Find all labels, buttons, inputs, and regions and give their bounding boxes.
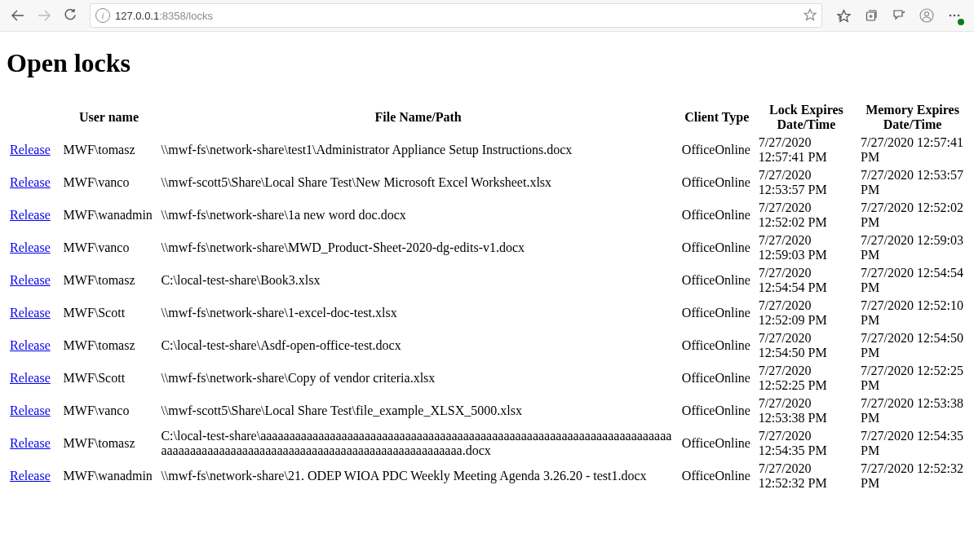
cell-user: MWF\vanco — [60, 231, 158, 264]
cell-memory-expires: 7/27/2020 12:52:32 PM — [857, 460, 967, 492]
cell-path: C:\local-test-share\Asdf-open-office-tes… — [157, 329, 678, 362]
release-link[interactable]: Release — [10, 240, 51, 254]
cell-memory-expires: 7/27/2020 12:53:38 PM — [857, 395, 967, 427]
cell-path: \\mwf-fs\network-share\test1\Administrat… — [157, 134, 678, 166]
cell-client: OfficeOnline — [679, 460, 755, 492]
cell-client: OfficeOnline — [679, 395, 755, 427]
cell-path: C:\local-test-share\Book3.xlsx — [157, 264, 678, 297]
cell-lock-expires: 7/27/2020 12:54:35 PM — [755, 427, 857, 460]
cell-path: \\mwf-scott5\Share\Local Share Test\New … — [157, 166, 678, 199]
cell-client: OfficeOnline — [679, 264, 755, 297]
svg-point-5 — [958, 15, 960, 17]
menu-icon[interactable] — [943, 4, 966, 27]
address-bar[interactable]: i 127.0.0.1:8358/locks — [90, 3, 822, 28]
feedback-icon[interactable] — [888, 4, 910, 27]
site-info-icon[interactable]: i — [95, 8, 110, 23]
release-link[interactable]: Release — [10, 338, 51, 352]
svg-point-2 — [925, 12, 929, 16]
table-row: ReleaseMWF\vanco\\mwf-scott5\Share\Local… — [7, 395, 967, 427]
favorite-star-icon[interactable] — [804, 8, 817, 24]
cell-client: OfficeOnline — [679, 362, 755, 395]
cell-user: MWF\wanadmin — [60, 199, 158, 231]
cell-user: MWF\tomasz — [60, 134, 158, 166]
cell-user: MWF\tomasz — [60, 427, 158, 460]
cell-lock-expires: 7/27/2020 12:53:38 PM — [755, 395, 857, 427]
cell-memory-expires: 7/27/2020 12:52:25 PM — [857, 362, 967, 395]
reload-button[interactable] — [57, 2, 83, 29]
cell-user: MWF\vanco — [60, 166, 158, 199]
cell-memory-expires: 7/27/2020 12:57:41 PM — [857, 134, 967, 166]
release-link[interactable]: Release — [10, 143, 51, 157]
col-mem: Memory Expires Date/Time — [857, 101, 967, 134]
col-user: User name — [60, 101, 158, 134]
cell-lock-expires: 7/27/2020 12:52:25 PM — [755, 362, 857, 395]
table-row: ReleaseMWF\vanco\\mwf-fs\network-share\M… — [7, 231, 967, 264]
cell-user: MWF\tomasz — [60, 329, 158, 362]
cell-lock-expires: 7/27/2020 12:54:50 PM — [755, 329, 857, 362]
table-row: ReleaseMWF\wanadmin\\mwf-fs\network-shar… — [7, 199, 967, 231]
cell-user: MWF\tomasz — [60, 264, 158, 297]
cell-memory-expires: 7/27/2020 12:52:10 PM — [857, 297, 967, 329]
cell-memory-expires: 7/27/2020 12:59:03 PM — [857, 231, 967, 264]
svg-point-3 — [950, 15, 952, 17]
browser-toolbar: i 127.0.0.1:8358/locks — [0, 0, 974, 32]
table-row: ReleaseMWF\wanadmin\\mwf-fs\network-shar… — [7, 460, 967, 492]
cell-lock-expires: 7/27/2020 12:52:32 PM — [755, 460, 857, 492]
profile-icon[interactable] — [915, 4, 938, 27]
cell-memory-expires: 7/27/2020 12:54:50 PM — [857, 329, 967, 362]
col-lock: Lock Expires Date/Time — [755, 101, 857, 134]
table-row: ReleaseMWF\tomasz\\mwf-fs\network-share\… — [7, 134, 967, 166]
url-text: 127.0.0.1:8358/locks — [115, 10, 799, 22]
cell-client: OfficeOnline — [679, 199, 755, 231]
cell-memory-expires: 7/27/2020 12:54:54 PM — [857, 264, 967, 297]
cell-path: \\mwf-fs\network-share\1a new word doc.d… — [157, 199, 678, 231]
cell-lock-expires: 7/27/2020 12:52:02 PM — [755, 199, 857, 231]
col-path: File Name/Path — [157, 101, 678, 134]
cell-lock-expires: 7/27/2020 12:53:57 PM — [755, 166, 857, 199]
page-title: Open locks — [7, 48, 967, 78]
cell-user: MWF\wanadmin — [60, 460, 158, 492]
cell-path: \\mwf-fs\network-share\1-excel-doc-test.… — [157, 297, 678, 329]
release-link[interactable]: Release — [10, 403, 51, 417]
cell-path: \\mwf-scott5\Share\Local Share Test\file… — [157, 395, 678, 427]
cell-path: \\mwf-fs\network-share\MWD_Product-Sheet… — [157, 231, 678, 264]
table-row: ReleaseMWF\tomaszC:\local-test-share\Asd… — [7, 329, 967, 362]
cell-client: OfficeOnline — [679, 231, 755, 264]
collections-icon[interactable] — [860, 4, 883, 27]
cell-path: C:\local-test-share\aaaaaaaaaaaaaaaaaaaa… — [157, 427, 678, 460]
release-link[interactable]: Release — [10, 469, 51, 483]
table-header-row: User name File Name/Path Client Type Loc… — [7, 101, 967, 134]
cell-user: MWF\Scott — [60, 297, 158, 329]
col-action — [7, 101, 60, 134]
cell-lock-expires: 7/27/2020 12:52:09 PM — [755, 297, 857, 329]
table-row: ReleaseMWF\vanco\\mwf-scott5\Share\Local… — [7, 166, 967, 199]
page-content: Open locks User name File Name/Path Clie… — [0, 32, 974, 509]
cell-client: OfficeOnline — [679, 427, 755, 460]
release-link[interactable]: Release — [10, 175, 51, 189]
cell-user: MWF\Scott — [60, 362, 158, 395]
cell-path: \\mwf-fs\network-share\21. ODEP WIOA PDC… — [157, 460, 678, 492]
cell-user: MWF\vanco — [60, 395, 158, 427]
cell-client: OfficeOnline — [679, 297, 755, 329]
release-link[interactable]: Release — [10, 208, 51, 222]
release-link[interactable]: Release — [10, 436, 51, 450]
release-link[interactable]: Release — [10, 273, 51, 287]
cell-memory-expires: 7/27/2020 12:54:35 PM — [857, 427, 967, 460]
cell-lock-expires: 7/27/2020 12:59:03 PM — [755, 231, 857, 264]
release-link[interactable]: Release — [10, 306, 51, 320]
cell-lock-expires: 7/27/2020 12:57:41 PM — [755, 134, 857, 166]
table-row: ReleaseMWF\tomaszC:\local-test-share\Boo… — [7, 264, 967, 297]
toolbar-right — [829, 4, 969, 27]
cell-client: OfficeOnline — [679, 329, 755, 362]
table-row: ReleaseMWF\tomaszC:\local-test-share\aaa… — [7, 427, 967, 460]
cell-client: OfficeOnline — [679, 134, 755, 166]
cell-client: OfficeOnline — [679, 166, 755, 199]
cell-lock-expires: 7/27/2020 12:54:54 PM — [755, 264, 857, 297]
cell-memory-expires: 7/27/2020 12:52:02 PM — [857, 199, 967, 231]
col-client: Client Type — [679, 101, 755, 134]
favorites-icon[interactable] — [832, 4, 855, 27]
back-button[interactable] — [5, 2, 31, 29]
release-link[interactable]: Release — [10, 371, 51, 385]
table-row: ReleaseMWF\Scott\\mwf-fs\network-share\1… — [7, 297, 967, 329]
forward-button[interactable] — [31, 2, 57, 29]
